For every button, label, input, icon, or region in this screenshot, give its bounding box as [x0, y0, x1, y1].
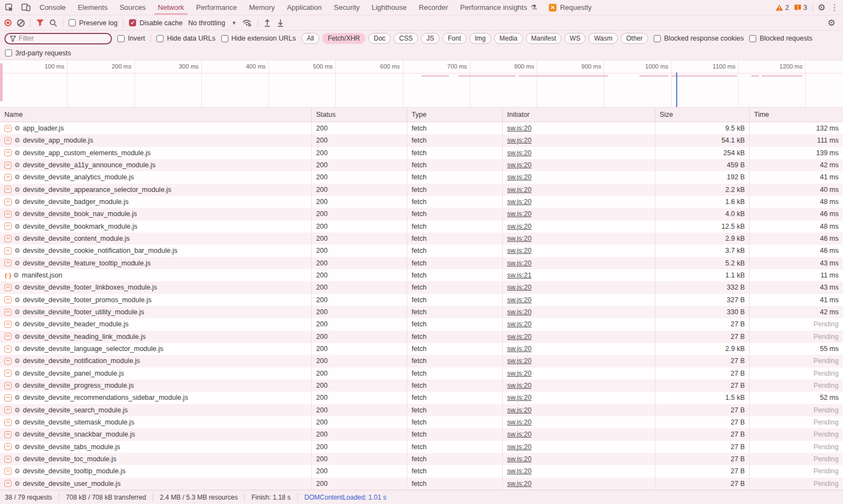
initiator-link[interactable]: sw.js:20: [507, 296, 531, 304]
table-row[interactable]: ‹›⚙devsite_devsite_bookmark_module.js200…: [0, 220, 843, 233]
column-header-name[interactable]: Name: [0, 107, 312, 122]
filter-chip-img[interactable]: Img: [469, 33, 491, 44]
filter-chip-media[interactable]: Media: [494, 33, 523, 44]
table-row[interactable]: ‹›⚙devsite_devsite_book_nav_module.js200…: [0, 208, 843, 220]
initiator-link[interactable]: sw.js:20: [507, 394, 531, 401]
invert-checkbox[interactable]: Invert: [117, 35, 145, 42]
initiator-link[interactable]: sw.js:20: [507, 443, 531, 451]
table-row[interactable]: ‹›⚙devsite_devsite_appearance_selector_m…: [0, 184, 843, 196]
table-row[interactable]: ‹›⚙devsite_devsite_recommendations_sideb…: [0, 392, 843, 404]
hide-extension-urls-checkbox[interactable]: Hide extension URLs: [221, 35, 296, 42]
initiator-link[interactable]: sw.js:20: [507, 418, 531, 426]
table-row[interactable]: ‹›⚙devsite_devsite_header_module.js200fe…: [0, 318, 843, 330]
initiator-link[interactable]: sw.js:20: [507, 467, 531, 475]
table-row[interactable]: ‹›⚙devsite_devsite_language_selector_mod…: [0, 343, 843, 355]
search-icon[interactable]: [49, 19, 57, 27]
filter-input[interactable]: [19, 35, 95, 42]
filter-chip-css[interactable]: CSS: [394, 33, 418, 44]
initiator-link[interactable]: sw.js:20: [507, 370, 531, 377]
overview-left-handle[interactable]: [0, 63, 3, 101]
hide-data-urls-checkbox[interactable]: Hide data URLs: [156, 35, 215, 42]
initiator-link[interactable]: sw.js:20: [507, 320, 531, 328]
initiator-link[interactable]: sw.js:20: [507, 223, 531, 230]
table-row[interactable]: ‹›⚙devsite_devsite_tabs_module.js200fetc…: [0, 441, 843, 453]
clear-network-log-icon[interactable]: [17, 19, 25, 27]
tab-lighthouse[interactable]: Lighthouse: [366, 0, 413, 15]
initiator-link[interactable]: sw.js:20: [507, 480, 531, 488]
table-row[interactable]: ‹›⚙devsite_devsite_search_module.js200fe…: [0, 404, 843, 416]
tab-performance[interactable]: Performance: [190, 0, 243, 15]
initiator-link[interactable]: sw.js:20: [507, 284, 531, 291]
column-header-status[interactable]: Status: [312, 107, 407, 122]
blocked-requests-checkbox[interactable]: Blocked requests: [749, 35, 812, 42]
initiator-link[interactable]: sw.js:20: [507, 124, 531, 132]
tab-performance-insights[interactable]: Performance insights⚗: [454, 0, 543, 15]
filter-chip-fetch-xhr[interactable]: Fetch/XHR: [322, 33, 366, 44]
table-row[interactable]: ‹›⚙devsite_devsite_notification_module.j…: [0, 355, 843, 367]
tab-sources[interactable]: Sources: [114, 0, 152, 15]
column-header-size[interactable]: Size: [655, 107, 750, 122]
tab-application[interactable]: Application: [281, 0, 328, 15]
tab-network[interactable]: Network: [152, 0, 190, 15]
initiator-link[interactable]: sw.js:20: [507, 161, 531, 169]
initiator-link[interactable]: sw.js:20: [507, 186, 531, 194]
table-row[interactable]: {·}⚙manifest.json200fetchsw.js:211.1 kB1…: [0, 269, 843, 281]
throttling-dropdown[interactable]: No throttling ▼: [188, 19, 237, 27]
table-row[interactable]: ‹›⚙devsite_devsite_analytics_module.js20…: [0, 171, 843, 183]
initiator-link[interactable]: sw.js:20: [507, 345, 531, 353]
record-network-log-icon[interactable]: [4, 19, 12, 26]
column-header-initiator[interactable]: Initiator: [503, 107, 655, 122]
inspect-element-icon[interactable]: [4, 2, 15, 13]
initiator-link[interactable]: sw.js:20: [507, 431, 531, 438]
initiator-link[interactable]: sw.js:20: [507, 259, 531, 267]
initiator-link[interactable]: sw.js:20: [507, 137, 531, 144]
initiator-link[interactable]: sw.js:20: [507, 382, 531, 389]
blocked-cookies-checkbox[interactable]: Blocked response cookies: [654, 35, 744, 42]
tab-elements[interactable]: Elements: [72, 0, 114, 15]
tab-console[interactable]: Console: [33, 0, 72, 15]
settings-gear-icon[interactable]: ⚙: [818, 2, 825, 13]
filter-toggle-icon[interactable]: [36, 19, 44, 26]
table-row[interactable]: ‹›⚙devsite_devsite_cookie_notification_b…: [0, 245, 843, 257]
issues-badge[interactable]: 3: [794, 4, 807, 12]
export-har-icon[interactable]: [277, 19, 284, 27]
filter-chip-manifest[interactable]: Manifest: [526, 33, 561, 44]
initiator-link[interactable]: sw.js:20: [507, 198, 531, 206]
filter-chip-doc[interactable]: Doc: [368, 33, 391, 44]
filter-chip-ws[interactable]: WS: [564, 33, 586, 44]
table-row[interactable]: ‹›⚙devsite_devsite_content_module.js200f…: [0, 233, 843, 245]
table-row[interactable]: ‹›⚙devsite_devsite_panel_module.js200fet…: [0, 367, 843, 380]
network-overview-timeline[interactable]: 100 ms200 ms300 ms400 ms500 ms600 ms700 …: [0, 60, 843, 107]
table-row[interactable]: ‹›⚙app_loader.js200fetchsw.js:209.5 kB13…: [0, 122, 843, 134]
column-header-time[interactable]: Time: [750, 107, 843, 122]
warnings-badge[interactable]: 2: [775, 4, 789, 12]
initiator-link[interactable]: sw.js:20: [507, 210, 531, 218]
tab-recorder[interactable]: Recorder: [413, 0, 454, 15]
column-header-type[interactable]: Type: [407, 107, 503, 122]
table-row[interactable]: ‹›⚙devsite_devsite_snackbar_module.js200…: [0, 428, 843, 440]
table-row[interactable]: ‹›⚙devsite_devsite_tooltip_module.js200f…: [0, 465, 843, 477]
filter-chip-js[interactable]: JS: [421, 33, 440, 44]
network-settings-gear-icon[interactable]: ⚙: [828, 18, 839, 28]
table-row[interactable]: ‹›⚙devsite_devsite_heading_link_module.j…: [0, 331, 843, 343]
table-row[interactable]: ‹›⚙devsite_devsite_a11y_announce_module.…: [0, 159, 843, 171]
initiator-link[interactable]: sw.js:20: [507, 149, 531, 157]
initiator-link[interactable]: sw.js:20: [507, 247, 531, 254]
network-conditions-icon[interactable]: [242, 19, 252, 27]
tab-memory[interactable]: Memory: [243, 0, 281, 15]
table-row[interactable]: ‹›⚙devsite_app_custom_elements_module.js…: [0, 147, 843, 159]
table-row[interactable]: ‹›⚙devsite_devsite_footer_linkboxes_modu…: [0, 281, 843, 293]
tab-security[interactable]: Security: [328, 0, 366, 15]
disable-cache-checkbox[interactable]: ✓ Disable cache: [129, 19, 183, 27]
tab-requestly[interactable]: ✕Requestly: [543, 0, 598, 15]
initiator-link[interactable]: sw.js:20: [507, 333, 531, 341]
table-row[interactable]: ‹›⚙devsite_devsite_footer_utility_module…: [0, 306, 843, 318]
import-har-icon[interactable]: [263, 19, 271, 27]
table-row[interactable]: ‹›⚙devsite_devsite_badger_module.js200fe…: [0, 196, 843, 208]
kebab-menu-icon[interactable]: ⋮: [830, 3, 839, 13]
initiator-link[interactable]: sw.js:20: [507, 455, 531, 463]
table-row[interactable]: ‹›⚙devsite_devsite_progress_module.js200…: [0, 380, 843, 392]
initiator-link[interactable]: sw.js:21: [507, 271, 531, 279]
initiator-link[interactable]: sw.js:20: [507, 173, 531, 181]
initiator-link[interactable]: sw.js:20: [507, 235, 531, 242]
